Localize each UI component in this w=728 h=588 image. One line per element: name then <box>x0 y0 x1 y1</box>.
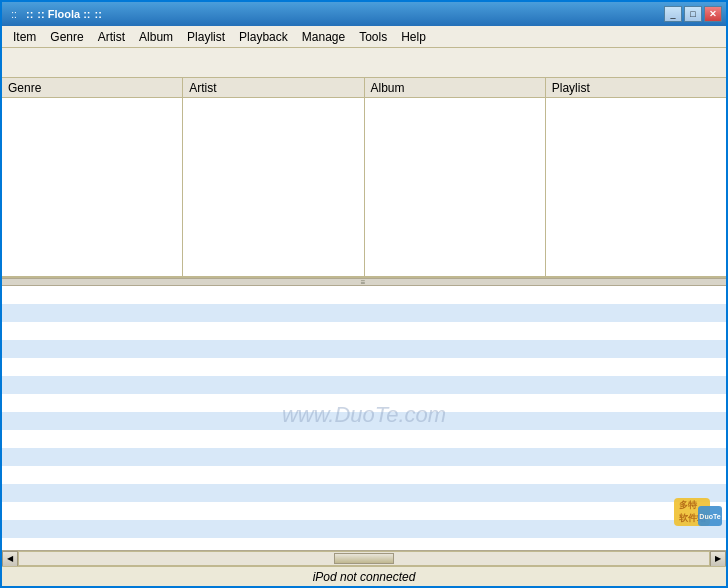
track-list[interactable] <box>2 286 726 550</box>
genre-column-header: Genre <box>2 78 182 98</box>
album-column-content[interactable] <box>365 98 545 276</box>
track-row[interactable] <box>2 376 726 394</box>
title-bar-controls: _ □ ✕ <box>664 6 722 22</box>
main-window: :: :: :: Floola :: :: _ □ ✕ Item Genre A… <box>0 0 728 588</box>
track-row[interactable] <box>2 430 726 448</box>
track-list-wrapper: www.DuoTe.com 多特软件站 DuoTe <box>2 286 726 550</box>
toolbar <box>2 48 726 78</box>
menu-item-album[interactable]: Album <box>132 27 180 47</box>
track-row[interactable] <box>2 448 726 466</box>
scrollbar-thumb[interactable] <box>334 553 394 564</box>
artist-column-content[interactable] <box>183 98 363 276</box>
track-row[interactable] <box>2 394 726 412</box>
menu-item-playback[interactable]: Playback <box>232 27 295 47</box>
menu-item-genre[interactable]: Genre <box>43 27 90 47</box>
menu-item-tools[interactable]: Tools <box>352 27 394 47</box>
track-row[interactable] <box>2 412 726 430</box>
menu-item-help[interactable]: Help <box>394 27 433 47</box>
window-title: :: Floola :: <box>37 8 90 20</box>
scrollbar-track[interactable] <box>18 551 710 566</box>
artist-column: Artist <box>183 78 364 276</box>
status-text: iPod not connected <box>313 570 416 584</box>
playlist-column-content[interactable] <box>546 98 726 276</box>
app-icon-dots: :: <box>11 9 17 20</box>
title-bar-left: :: :: :: Floola :: :: <box>6 6 102 22</box>
browser-panel: Genre Artist Album Playlist <box>2 78 726 278</box>
close-button[interactable]: ✕ <box>704 6 722 22</box>
track-row[interactable] <box>2 358 726 376</box>
app-icon: :: <box>6 6 22 22</box>
scroll-left-button[interactable]: ◀ <box>2 551 18 567</box>
track-row[interactable] <box>2 502 726 520</box>
track-row[interactable] <box>2 340 726 358</box>
minimize-button[interactable]: _ <box>664 6 682 22</box>
track-row[interactable] <box>2 466 726 484</box>
horizontal-scrollbar[interactable]: ◀ ▶ <box>2 550 726 566</box>
maximize-button[interactable]: □ <box>684 6 702 22</box>
title-dots-left: :: <box>26 8 33 20</box>
title-dots-right: :: <box>94 8 101 20</box>
genre-column: Genre <box>2 78 183 276</box>
panel-splitter[interactable]: ≡ <box>2 278 726 286</box>
menu-item-playlist[interactable]: Playlist <box>180 27 232 47</box>
track-row[interactable] <box>2 520 726 538</box>
track-row[interactable] <box>2 538 726 550</box>
menu-item-manage[interactable]: Manage <box>295 27 352 47</box>
artist-column-header: Artist <box>183 78 363 98</box>
menu-item-item[interactable]: Item <box>6 27 43 47</box>
status-bar: iPod not connected <box>2 566 726 586</box>
menu-bar: Item Genre Artist Album Playlist Playbac… <box>2 26 726 48</box>
playlist-column-header: Playlist <box>546 78 726 98</box>
track-row[interactable] <box>2 484 726 502</box>
menu-item-artist[interactable]: Artist <box>91 27 132 47</box>
track-row[interactable] <box>2 304 726 322</box>
playlist-column: Playlist <box>546 78 726 276</box>
main-content: Genre Artist Album Playlist ≡ <box>2 78 726 586</box>
scroll-right-button[interactable]: ▶ <box>710 551 726 567</box>
track-row[interactable] <box>2 322 726 340</box>
album-column-header: Album <box>365 78 545 98</box>
track-row[interactable] <box>2 286 726 304</box>
genre-column-content[interactable] <box>2 98 182 276</box>
title-bar: :: :: :: Floola :: :: _ □ ✕ <box>2 2 726 26</box>
album-column: Album <box>365 78 546 276</box>
